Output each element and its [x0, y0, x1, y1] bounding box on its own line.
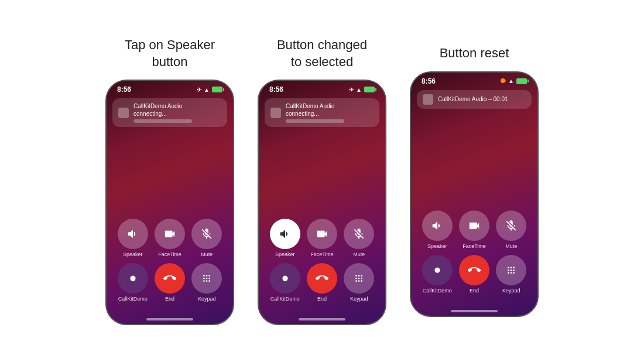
scenario-tap: Tap on Speakerbutton 8:56 ✈ ▲ CallKitDem… — [105, 37, 234, 325]
end-btn-wrap-2: End — [305, 263, 338, 302]
mute-btn-3[interactable] — [496, 211, 526, 241]
callkitdemo-label-1: CallKitDemo — [118, 296, 148, 302]
keypad-icon-3 — [505, 264, 518, 277]
svg-point-13 — [361, 275, 363, 277]
speaker-label-3: Speaker — [427, 243, 447, 249]
svg-point-26 — [513, 269, 515, 271]
scenario-reset-title: Button reset — [440, 45, 509, 62]
facetime-icon-2 — [316, 227, 328, 240]
call-banner-text-2: CallKitDemo Audioconnecting... — [286, 102, 344, 118]
speaker-icon-2 — [279, 227, 292, 240]
facetime-btn-wrap-2: FaceTime — [305, 219, 338, 257]
mute-btn-wrap-2: Mute — [342, 219, 376, 257]
speaker-btn-3[interactable] — [422, 211, 453, 241]
facetime-btn-wrap-3: FaceTime — [457, 211, 491, 249]
callkitdemo-btn-3[interactable] — [422, 255, 453, 285]
svg-point-6 — [209, 278, 211, 280]
call-banner-3: CallKitDemo Audio – 00:01 — [417, 90, 532, 109]
facetime-label-3: FaceTime — [463, 243, 486, 249]
speaker-btn-2[interactable] — [270, 219, 300, 249]
facetime-btn-wrap-1: FaceTime — [153, 219, 186, 257]
call-banner-line-2 — [286, 119, 344, 123]
facetime-btn-3[interactable] — [459, 211, 489, 241]
call-main-1: Speaker FaceTime Mute — [107, 129, 233, 313]
svg-point-16 — [361, 278, 363, 280]
call-main-2: Speaker FaceTime Mute — [259, 129, 385, 313]
facetime-btn-1[interactable] — [155, 219, 185, 249]
callkitdemo-btn-wrap-1: CallKitDemo — [116, 263, 149, 302]
status-icons-2: ✈ ▲ — [349, 87, 375, 93]
callkitdemo-btn-1[interactable] — [118, 263, 148, 294]
phone-frame-1: 8:56 ✈ ▲ CallKitDemo Audioconnecting... — [105, 80, 234, 325]
wifi-icon-1: ▲ — [204, 87, 210, 93]
speaker-btn-1[interactable] — [118, 219, 148, 249]
svg-point-9 — [209, 280, 211, 282]
svg-point-17 — [355, 280, 357, 282]
svg-point-7 — [203, 280, 205, 282]
call-banner-text-3: CallKitDemo Audio – 00:01 — [438, 95, 508, 103]
mute-label-3: Mute — [505, 243, 517, 249]
mute-btn-1[interactable] — [191, 219, 222, 249]
svg-point-21 — [508, 267, 509, 268]
facetime-btn-2[interactable] — [307, 219, 337, 249]
speaker-icon-1 — [126, 227, 139, 240]
svg-point-10 — [282, 276, 287, 281]
svg-point-22 — [511, 267, 512, 268]
end-btn-2[interactable] — [307, 263, 337, 294]
facetime-label-1: FaceTime — [158, 251, 181, 257]
wifi-icon-3: ▲ — [508, 78, 514, 84]
svg-point-27 — [508, 272, 509, 274]
callkitdemo-btn-2[interactable] — [270, 263, 300, 294]
callkitdemo-label-2: CallKitDemo — [270, 296, 300, 302]
call-buttons-2: Speaker FaceTime Mute — [259, 219, 385, 302]
mute-btn-2[interactable] — [344, 219, 374, 249]
keypad-icon-1 — [200, 272, 213, 285]
speaker-label-1: Speaker — [123, 251, 143, 257]
end-btn-3[interactable] — [459, 255, 489, 285]
mute-icon-2 — [352, 227, 365, 240]
airplane-icon-1: ✈ — [197, 87, 201, 93]
end-label-2: End — [317, 296, 327, 302]
svg-point-24 — [508, 269, 509, 271]
home-indicator-1 — [146, 318, 193, 320]
call-banner-1: CallKitDemo Audioconnecting... — [112, 98, 227, 127]
wifi-icon-2: ▲ — [356, 87, 362, 93]
svg-point-18 — [358, 280, 360, 282]
call-app-icon-2 — [270, 108, 281, 118]
end-icon-3 — [468, 264, 481, 277]
phone-frame-2: 8:56 ✈ ▲ CallKitDemo Audioconnecting... — [258, 80, 386, 325]
keypad-btn-3[interactable] — [496, 255, 526, 285]
svg-point-1 — [203, 275, 205, 277]
end-btn-wrap-1: End — [153, 263, 186, 302]
mute-label-2: Mute — [353, 251, 365, 257]
battery-icon-3 — [516, 78, 527, 84]
svg-point-2 — [206, 275, 208, 277]
home-indicator-2 — [299, 318, 345, 320]
keypad-label-3: Keypad — [502, 288, 520, 294]
svg-point-8 — [206, 280, 208, 282]
battery-icon-1 — [212, 87, 222, 92]
scenario-reset: Button reset 8:56 ✈ ▲ CallKitDemo Audio … — [410, 45, 539, 317]
call-banner-2: CallKitDemo Audioconnecting... — [265, 98, 379, 127]
svg-point-28 — [511, 272, 512, 274]
scenario-tap-title: Tap on Speakerbutton — [125, 37, 215, 70]
facetime-icon-1 — [163, 227, 176, 240]
end-btn-wrap-3: End — [457, 255, 491, 294]
svg-point-0 — [130, 276, 135, 281]
keypad-btn-wrap-1: Keypad — [190, 263, 224, 302]
facetime-label-2: FaceTime — [310, 251, 334, 257]
keypad-label-2: Keypad — [350, 296, 368, 302]
status-time-1: 8:56 — [117, 85, 131, 94]
call-buttons-1: Speaker FaceTime Mute — [107, 219, 233, 302]
battery-icon-2 — [364, 87, 375, 92]
phone-frame-3: 8:56 ✈ ▲ CallKitDemo Audio – 00:01 Speak… — [410, 71, 539, 317]
svg-point-29 — [513, 272, 515, 274]
keypad-btn-1[interactable] — [191, 263, 222, 294]
end-label-1: End — [165, 296, 174, 302]
scenario-changed-title: Button changedto selected — [277, 37, 367, 70]
mute-btn-wrap-1: Mute — [190, 219, 224, 257]
mute-label-1: Mute — [201, 251, 213, 257]
keypad-btn-2[interactable] — [344, 263, 374, 294]
end-btn-1[interactable] — [155, 263, 185, 294]
call-banner-line-1 — [133, 119, 192, 123]
